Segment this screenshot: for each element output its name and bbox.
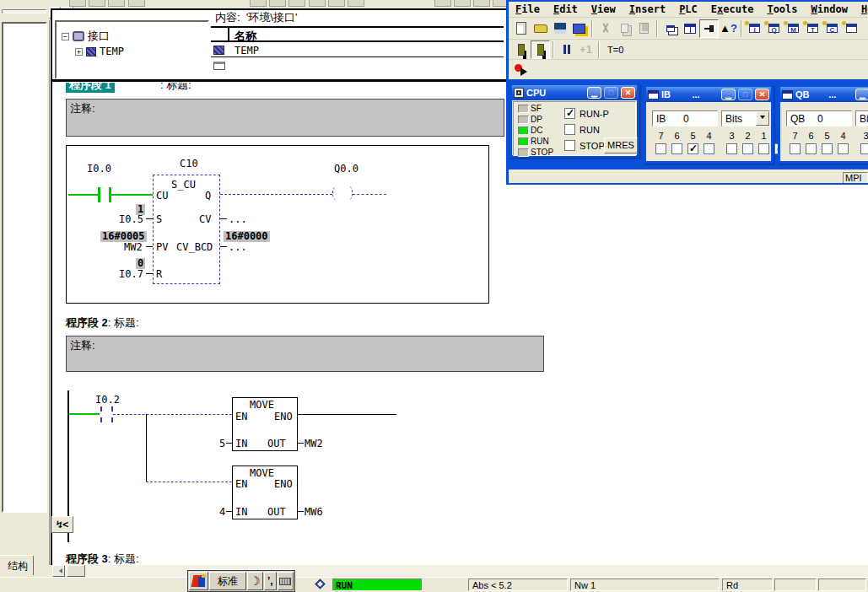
bit-checkbox[interactable] xyxy=(742,143,753,154)
tree-collapse-box[interactable]: − xyxy=(62,33,69,40)
context-help-button[interactable]: ▲? xyxy=(719,19,738,38)
cpu-mode-run[interactable]: RUN xyxy=(564,121,609,137)
bit-checkbox[interactable] xyxy=(726,143,737,154)
menu-insert[interactable]: Insert xyxy=(623,3,672,16)
coil-icon[interactable] xyxy=(346,186,353,200)
menu-window[interactable]: Window xyxy=(805,3,855,16)
coil-icon[interactable] xyxy=(332,186,339,200)
plus-one-button[interactable]: +1 xyxy=(576,40,596,59)
bit-checkbox[interactable] xyxy=(704,143,714,154)
record-button[interactable] xyxy=(511,60,531,78)
network1-title[interactable]: 程序段 1 : 标题: xyxy=(66,83,403,94)
cut-button[interactable] xyxy=(596,19,615,38)
contact-operand[interactable]: I0.2 xyxy=(95,395,120,405)
menu-file[interactable]: File xyxy=(509,3,547,16)
cv-value[interactable]: ... xyxy=(229,214,247,224)
maximize-button[interactable]: □ xyxy=(604,87,618,99)
overview-toggle-button[interactable]: ↯< xyxy=(51,516,73,533)
horizontal-scrollbar[interactable] xyxy=(52,565,868,577)
cpu-mode-stop[interactable]: STOP xyxy=(564,137,609,153)
bit-checkbox[interactable] xyxy=(758,143,769,154)
checkbox[interactable] xyxy=(564,140,575,151)
reset-timers-button[interactable]: T=0 xyxy=(602,40,628,59)
cpu-mode-run-p[interactable]: RUN-P xyxy=(564,105,609,121)
contact-bar-icon[interactable] xyxy=(100,406,102,422)
scroll-left-button[interactable] xyxy=(52,565,65,577)
ib-address-field[interactable]: IB 0 xyxy=(652,110,718,126)
paste-button[interactable] xyxy=(634,19,654,38)
cv-bcd-value[interactable]: ... xyxy=(229,242,247,252)
insert-M-variable-button[interactable]: M* xyxy=(784,19,803,38)
bit-checkbox[interactable] xyxy=(806,143,817,154)
insert-T-variable-button[interactable]: T* xyxy=(803,19,822,38)
tree-item-interface[interactable]: − 接口 xyxy=(62,29,110,44)
network2-comment[interactable]: 注释: xyxy=(66,336,544,372)
menu-execute[interactable]: Execute xyxy=(704,3,761,16)
copy-button[interactable] xyxy=(615,19,634,38)
minimize-button[interactable]: ▁ xyxy=(587,87,601,99)
coil-operand[interactable]: Q0.0 xyxy=(334,164,359,174)
ime-fullhalf-button[interactable]: ☽ xyxy=(247,572,263,590)
pause-button[interactable] xyxy=(557,40,576,59)
continuous-scan-button[interactable] xyxy=(531,40,550,59)
cpu-window[interactable]: CPU ▁ □ ✕ SFDPDCRUNSTOP RUN-PRUNSTOP MRE… xyxy=(509,83,639,158)
tree-item-temp[interactable]: + TEMP xyxy=(75,46,124,57)
bit-checkbox[interactable] xyxy=(822,143,833,154)
menu-edit[interactable]: Edit xyxy=(547,3,585,16)
maximize-button[interactable]: □ xyxy=(738,89,752,100)
column-header-name[interactable]: 名称 xyxy=(235,29,256,44)
close-icon[interactable]: ✕ xyxy=(621,87,635,99)
close-icon[interactable]: ✕ xyxy=(755,89,769,100)
always-on-top-button[interactable] xyxy=(699,19,719,38)
ime-softkeyboard-button[interactable] xyxy=(278,572,294,590)
download-button[interactable] xyxy=(569,19,589,38)
ib-title-bar[interactable]: IB ... ▁ □ ✕ xyxy=(646,87,771,102)
qb-format-dropdown[interactable]: Bits xyxy=(855,110,868,126)
qb-title-bar[interactable]: QB ... ▁ □ ✕ xyxy=(780,87,868,102)
checkbox[interactable] xyxy=(564,108,575,119)
network1-rung[interactable]: C10 S_CU I0.0 CU Q S CV PV CV_BCD R 1 I0… xyxy=(66,145,489,304)
menu-plc[interactable]: PLC xyxy=(672,3,704,16)
move2-in-value[interactable]: 4 xyxy=(219,507,225,517)
contact-bar-icon[interactable] xyxy=(98,187,100,202)
bit-checkbox[interactable] xyxy=(860,143,868,154)
move1-out-operand[interactable]: MW2 xyxy=(305,439,323,449)
qb-address-field[interactable]: QB 0 xyxy=(786,110,852,126)
mres-button[interactable]: MRES xyxy=(604,137,638,153)
pv-operand[interactable]: MW2 xyxy=(124,242,143,252)
network2-title[interactable]: 程序段 2: 标题: xyxy=(66,315,139,331)
insert-I-variable-button[interactable]: I* xyxy=(745,19,764,38)
network1-comment[interactable]: 注释: xyxy=(66,99,504,137)
scroll-thumb[interactable] xyxy=(67,565,85,577)
bit-checkbox[interactable] xyxy=(655,143,666,154)
overview-pane[interactable] xyxy=(2,22,47,513)
minimize-button[interactable]: ▁ xyxy=(855,89,868,100)
contact-operand[interactable]: I0.0 xyxy=(87,164,111,174)
chevron-down-icon[interactable] xyxy=(756,111,769,126)
qb-window[interactable]: QB ... ▁ □ ✕ QB 0 Bits 76543 xyxy=(778,84,868,164)
s-operand[interactable]: I0.5 xyxy=(119,214,143,224)
minimize-button[interactable]: ▁ xyxy=(721,89,736,100)
tree-expand-box[interactable]: + xyxy=(75,48,83,56)
table-row[interactable]: TEMP xyxy=(211,44,504,57)
menu-help[interactable]: Help xyxy=(855,3,868,16)
checkbox[interactable] xyxy=(564,124,575,135)
bit-checkbox[interactable] xyxy=(671,143,682,154)
new-button[interactable] xyxy=(511,19,531,38)
ib-window[interactable]: IB ... ▁ □ ✕ IB 0 Bits 76543210 xyxy=(644,84,774,164)
move1-in-value[interactable]: 5 xyxy=(219,439,225,449)
r-operand[interactable]: I0.7 xyxy=(119,269,143,279)
tile-windows-button[interactable] xyxy=(680,19,699,38)
single-scan-button[interactable] xyxy=(511,40,531,59)
move2-out-operand[interactable]: MW6 xyxy=(305,507,323,517)
ime-mode-button[interactable]: 标准 xyxy=(209,572,246,590)
ime-punctuation-button[interactable]: ’, xyxy=(264,572,277,590)
table-row-empty[interactable] xyxy=(211,60,504,73)
counter-address[interactable]: C10 xyxy=(180,159,198,169)
open-button[interactable] xyxy=(531,19,550,38)
bit-checkbox[interactable] xyxy=(790,143,801,154)
cascade-windows-button[interactable] xyxy=(660,19,680,38)
save-button[interactable] xyxy=(550,19,569,38)
tab-structure[interactable]: 结构 xyxy=(0,555,34,575)
insert-C-variable-button[interactable]: C* xyxy=(822,19,842,38)
